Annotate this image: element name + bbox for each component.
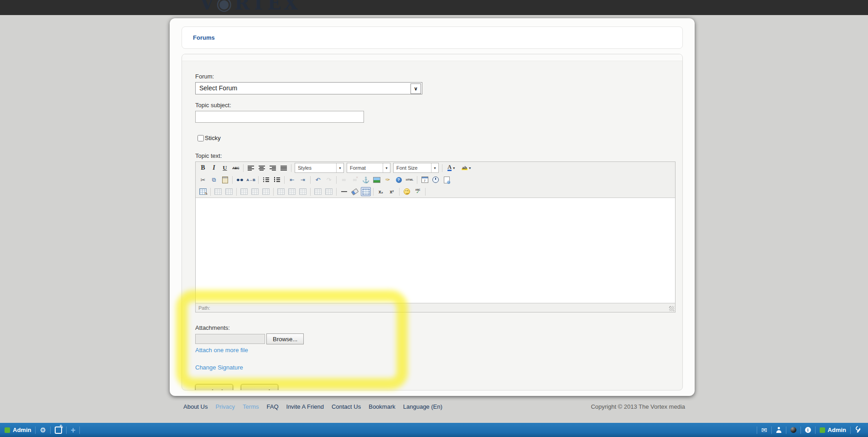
superscript-button[interactable]: x² [387,187,397,196]
highlight-color-button[interactable]: ab▼ [459,163,474,172]
insert-image-button[interactable] [372,175,382,184]
copy-button[interactable]: ⧉ [209,175,219,184]
forum-select[interactable]: Select Forum ∨ [195,82,422,94]
paste-icon [222,177,228,183]
underline-icon: U [223,164,227,172]
visual-aid-button[interactable] [361,187,371,196]
toolbar-separator [442,164,442,172]
footer-link-faq[interactable]: FAQ [267,403,279,410]
footer-link-invite-a-friend[interactable]: Invite A Friend [286,403,324,410]
horizontal-rule-button[interactable] [339,187,349,196]
delete-row-button[interactable] [261,187,271,196]
mail-icon[interactable]: ✉ [761,427,767,433]
insert-table-icon [199,188,207,195]
preview-icon [444,177,450,183]
align-center-button[interactable] [257,163,267,172]
align-justify-button[interactable] [279,163,289,172]
html-source-button[interactable]: HTML [405,175,415,184]
toolbar-divider [800,427,801,434]
info-icon[interactable]: i [805,427,811,433]
attach-one-more-file-link[interactable]: Attach one more file [195,347,248,354]
toolbar-separator [243,164,244,172]
footer-link-terms[interactable]: Terms [243,403,259,410]
format-dropdown[interactable]: Format ▼ [347,163,390,173]
add-icon[interactable]: + [71,426,76,434]
undo-button[interactable]: ↶ [313,175,323,184]
footer-link-language[interactable]: Language (En) [403,403,442,410]
outdent-button[interactable]: ⇤ [287,175,297,184]
indent-button[interactable]: ⇥ [298,175,308,184]
underline-button[interactable]: U [220,163,230,172]
help-button[interactable]: ? [394,175,404,184]
gear-icon[interactable]: ⚙ [40,427,46,433]
cleanup-button[interactable]: ✑ [383,175,393,184]
preview-button[interactable] [442,175,452,184]
find-button[interactable] [235,175,245,184]
merge-cells-button[interactable] [324,187,334,196]
sticky-checkbox[interactable] [198,135,204,141]
toolbar-separator [232,176,233,184]
insert-date-button[interactable]: 7 [420,175,430,184]
insert-column-before-button[interactable] [276,187,286,196]
emotions-button[interactable] [402,187,412,196]
align-right-button[interactable] [268,163,278,172]
font-color-button[interactable]: A▼ [445,163,458,172]
redo-button[interactable]: ↷ [324,175,334,184]
paste-button[interactable] [220,175,230,184]
resize-handle[interactable] [669,306,674,311]
remove-link-button[interactable]: ∞ [350,175,360,184]
ball-icon[interactable] [790,427,796,433]
strikethrough-button[interactable]: ABC [231,163,241,172]
cut-button[interactable]: ✂ [198,175,208,184]
browse-button[interactable]: Browse... [266,333,304,344]
insert-table-button[interactable] [198,187,208,196]
split-cells-button[interactable] [313,187,323,196]
insert-row-after-button[interactable] [250,187,260,196]
insert-time-button[interactable] [431,175,441,184]
footer-link-privacy[interactable]: Privacy [215,403,235,410]
dropdown-arrow-icon: ▼ [431,163,438,172]
insert-column-after-button[interactable] [287,187,297,196]
find-replace-button[interactable]: A↔B [246,175,256,184]
anchor-button[interactable]: ⚓ [361,175,371,184]
undo-icon: ↶ [316,177,321,183]
table-row-properties-button[interactable] [213,187,223,196]
superscript-icon: x² [390,189,394,194]
profile-icon[interactable] [776,427,782,433]
insert-link-button[interactable]: ∞ [339,175,349,184]
bold-button[interactable]: B [198,163,208,172]
styles-dropdown[interactable]: Styles ▼ [295,163,344,173]
wrench-icon[interactable] [855,427,862,433]
cancel-button[interactable]: Cancel [241,384,278,390]
numbered-list-button[interactable] [272,175,282,184]
footer-link-about-us[interactable]: About Us [183,403,208,410]
dropdown-arrow-icon: ▼ [383,163,390,172]
insert-row-before-button[interactable] [239,187,249,196]
change-signature-link[interactable]: Change Signature [195,364,243,371]
admin-username[interactable]: Admin [13,427,31,433]
footer-link-contact-us[interactable]: Contact Us [332,403,361,410]
submit-button[interactable]: Submit [195,384,233,390]
bullet-list-button[interactable] [261,175,271,184]
file-input[interactable] [195,334,265,344]
italic-button[interactable]: I [209,163,219,172]
forum-select-arrow-button[interactable]: ∨ [411,83,421,94]
delete-column-button[interactable] [298,187,308,196]
toolbar-divider [50,427,51,434]
subscript-button[interactable]: x₂ [376,187,386,196]
redo-icon: ↷ [327,177,332,183]
toolbar-divider [815,427,816,434]
align-left-button[interactable] [246,163,256,172]
table-cell-properties-button[interactable] [224,187,234,196]
online-status-icon [5,427,10,433]
compose-icon[interactable] [55,427,62,434]
topic-subject-input[interactable] [195,111,364,123]
spellcheck-button[interactable]: ABC✓ [413,187,423,196]
unlink-icon: ∞ [353,177,357,183]
editor-content-area[interactable] [196,198,675,303]
breadcrumb-forums-link[interactable]: Forums [193,34,215,41]
remove-format-button[interactable] [350,187,360,196]
admin-username[interactable]: Admin [828,427,846,433]
font-size-dropdown[interactable]: Font Size ▼ [393,163,439,173]
footer-link-bookmark[interactable]: Bookmark [369,403,395,410]
